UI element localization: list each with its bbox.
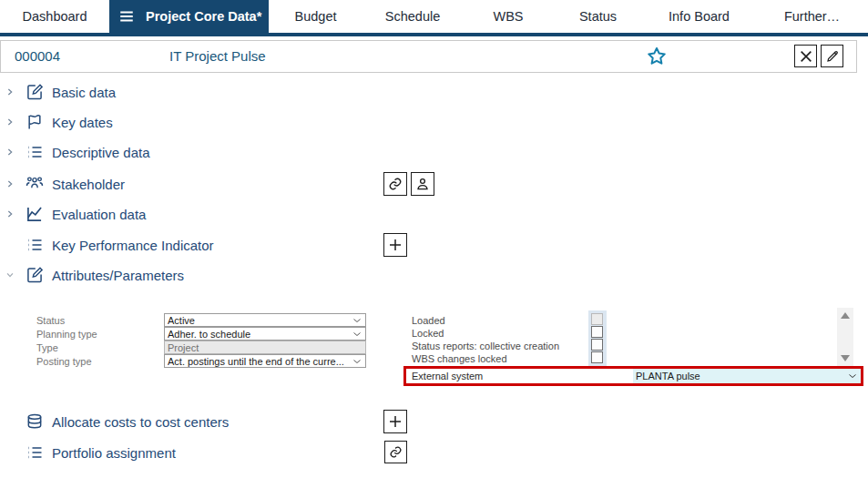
- project-name: IT Project Pulse: [169, 41, 266, 72]
- section-label: Key Performance Indicator: [52, 238, 214, 253]
- chevron-right-icon[interactable]: [4, 145, 16, 159]
- section-label: Descriptive data: [52, 145, 150, 160]
- wbs-changes-locked-checkbox[interactable]: [591, 351, 603, 363]
- section-key-performance-indicator[interactable]: Key Performance Indicator: [4, 234, 214, 256]
- chevron-down-icon[interactable]: [4, 268, 16, 282]
- chevron-placeholder: [4, 445, 16, 460]
- tab-underline: [0, 33, 868, 36]
- tab-further[interactable]: Further…: [756, 0, 868, 33]
- posting-type-select[interactable]: Act. postings until the end of the curre…: [164, 354, 366, 368]
- locked-checkbox[interactable]: [591, 326, 603, 338]
- section-attributes-parameters[interactable]: Attributes/Parameters: [4, 264, 184, 286]
- external-system-label: External system: [412, 371, 483, 381]
- tab-status[interactable]: Status: [554, 0, 642, 33]
- tab-schedule[interactable]: Schedule: [363, 0, 463, 33]
- section-descriptive-data[interactable]: Descriptive data: [4, 141, 150, 163]
- field-label-planning-type: Planning type: [36, 329, 97, 340]
- type-value: Project: [168, 342, 363, 353]
- checkbox-label-status-reports: Status reports: collective creation: [412, 341, 559, 351]
- section-evaluation-data[interactable]: Evaluation data: [4, 203, 146, 225]
- chevron-down-icon: [352, 315, 363, 326]
- kpi-add-button[interactable]: [383, 233, 407, 257]
- chevron-right-icon[interactable]: [4, 85, 16, 99]
- section-label: Allocate costs to cost centers: [52, 414, 229, 430]
- allocate-costs-add-button[interactable]: [383, 410, 407, 433]
- field-label-status: Status: [36, 315, 65, 326]
- planning-type-value: Adher. to schedule: [168, 329, 352, 340]
- chevron-right-icon[interactable]: [4, 207, 16, 221]
- chevron-down-icon: [352, 329, 363, 340]
- list-icon: [26, 143, 44, 161]
- planta-project-window: Dashboard Project Core Data* Budget Sche…: [0, 0, 868, 478]
- checkbox-label-loaded: Loaded: [412, 315, 445, 326]
- section-stakeholder[interactable]: Stakeholder: [4, 173, 125, 195]
- posting-type-value: Act. postings until the end of the curre…: [168, 356, 352, 367]
- edit-icon: [26, 83, 44, 101]
- section-key-dates[interactable]: Key dates: [4, 111, 113, 133]
- tab-budget[interactable]: Budget: [269, 0, 363, 33]
- list-icon: [26, 236, 44, 254]
- chevron-down-icon: [352, 356, 363, 367]
- close-record-button[interactable]: [794, 45, 817, 67]
- status-reports-checkbox[interactable]: [591, 339, 603, 351]
- field-label-type: Type: [36, 342, 58, 353]
- checkbox-label-locked: Locked: [412, 328, 444, 339]
- loaded-checkbox: [591, 313, 603, 325]
- section-label: Key dates: [52, 115, 113, 130]
- chevron-right-icon[interactable]: [4, 115, 16, 129]
- menu-icon[interactable]: [118, 8, 135, 25]
- tab-bar: Dashboard Project Core Data* Budget Sche…: [0, 0, 868, 33]
- scroll-up-icon[interactable]: [841, 312, 850, 319]
- portfolio-link-button[interactable]: [384, 441, 407, 463]
- record-header: 000004 IT Project Pulse: [0, 40, 857, 73]
- people-icon: [26, 175, 44, 193]
- form-scrollbar[interactable]: [837, 308, 853, 366]
- chevron-down-icon: [847, 371, 858, 381]
- external-system-select[interactable]: PLANTA pulse: [633, 369, 861, 383]
- section-basic-data[interactable]: Basic data: [4, 81, 116, 103]
- tab-label: Status: [579, 9, 617, 24]
- planning-type-select[interactable]: Adher. to schedule: [164, 327, 366, 341]
- stakeholder-link-button[interactable]: [383, 172, 407, 196]
- database-icon: [26, 412, 44, 431]
- field-label-posting-type: Posting type: [36, 356, 92, 367]
- chart-icon: [26, 205, 44, 223]
- status-value: Active: [168, 315, 352, 326]
- edit-icon: [26, 266, 44, 284]
- status-select[interactable]: Active: [164, 313, 366, 327]
- project-id: 000004: [15, 41, 60, 72]
- section-allocate-costs[interactable]: Allocate costs to cost centers: [4, 411, 229, 432]
- section-label: Stakeholder: [52, 177, 125, 192]
- favorite-star-icon[interactable]: [646, 46, 668, 67]
- chevron-placeholder: [4, 414, 16, 429]
- flag-icon: [26, 113, 44, 131]
- tab-label: Further…: [784, 9, 840, 24]
- tab-wbs[interactable]: WBS: [463, 0, 554, 33]
- section-label: Attributes/Parameters: [52, 268, 184, 283]
- tab-label: Info Board: [669, 9, 730, 24]
- list-icon: [26, 443, 44, 462]
- tab-info-board[interactable]: Info Board: [642, 0, 756, 33]
- section-portfolio-assignment[interactable]: Portfolio assignment: [4, 442, 176, 463]
- section-label: Evaluation data: [52, 207, 146, 222]
- edit-record-button[interactable]: [821, 45, 843, 67]
- tab-project-core-data[interactable]: Project Core Data*: [109, 0, 269, 33]
- chevron-right-icon[interactable]: [4, 177, 16, 191]
- stakeholder-person-button[interactable]: [411, 172, 434, 196]
- tab-label: Schedule: [385, 9, 440, 24]
- tab-dashboard[interactable]: Dashboard: [0, 0, 109, 33]
- type-field: Project: [164, 341, 366, 354]
- external-system-value: PLANTA pulse: [636, 371, 847, 381]
- tab-label: WBS: [493, 9, 523, 24]
- chevron-placeholder: [4, 238, 16, 252]
- tab-label: Dashboard: [23, 9, 87, 24]
- tab-label: Project Core Data*: [146, 9, 261, 24]
- external-system-row-highlighted: External system PLANTA pulse: [403, 366, 863, 386]
- section-label: Portfolio assignment: [52, 445, 176, 461]
- tab-label: Budget: [295, 9, 337, 24]
- scroll-down-icon[interactable]: [841, 355, 850, 361]
- checkbox-label-wbs-changes-locked: WBS changes locked: [412, 353, 507, 364]
- section-label: Basic data: [52, 85, 116, 100]
